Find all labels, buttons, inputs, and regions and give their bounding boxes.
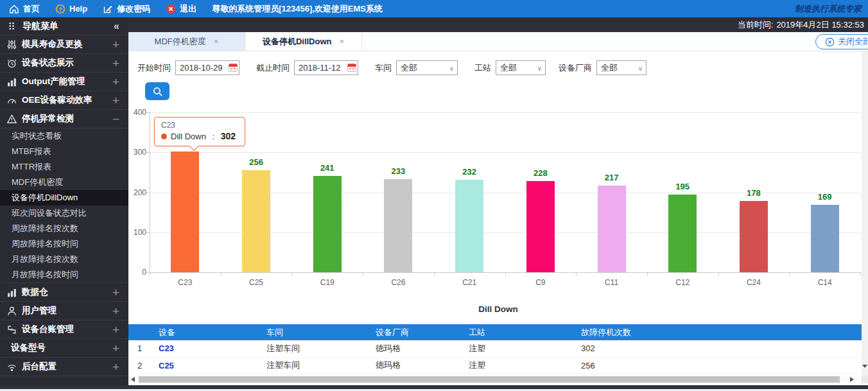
tooltip-arrow bbox=[189, 142, 198, 151]
sidebar-group[interactable]: 模具寿命及更换+ bbox=[0, 35, 128, 54]
scroll-down-icon[interactable] bbox=[862, 365, 867, 368]
sidebar-collapse-icon[interactable]: « bbox=[114, 21, 119, 32]
close-all-button[interactable]: 关闭全部 bbox=[815, 34, 868, 49]
expand-plus-icon[interactable]: + bbox=[112, 286, 119, 299]
help-label: Help bbox=[69, 4, 87, 13]
workshop-select[interactable]: 全部 ∨ bbox=[396, 60, 458, 75]
chart-bar[interactable] bbox=[171, 152, 199, 272]
table-cell: 德玛格 bbox=[367, 357, 460, 374]
tab-list: MDF停机密度×设备停机DillDown× bbox=[128, 32, 362, 51]
start-date-wrap bbox=[175, 60, 239, 75]
table-header-row: 设备车间设备厂商工站故障停机次数 bbox=[128, 324, 862, 340]
table-cell: C25 bbox=[150, 357, 258, 374]
calendar-icon[interactable] bbox=[347, 63, 356, 72]
sidebar-subitem[interactable]: MDF停机密度 bbox=[0, 175, 128, 190]
sidebar-group[interactable]: 后台配置+ bbox=[0, 358, 128, 376]
sidebar-group[interactable]: 停机异常检测− bbox=[0, 110, 128, 128]
sidebar-group[interactable]: Output产能管理+ bbox=[0, 73, 128, 91]
expand-plus-icon[interactable]: + bbox=[112, 76, 119, 88]
horizontal-scrollbar[interactable] bbox=[128, 376, 868, 383]
x-axis-category-label: C21 bbox=[444, 278, 495, 287]
sidebar-group[interactable]: 数据仓+ bbox=[0, 283, 128, 302]
sidebar-subitem[interactable]: MTTR报表 bbox=[0, 159, 128, 175]
table-header-cell: 故障停机次数 bbox=[573, 324, 862, 340]
expand-plus-icon[interactable]: + bbox=[112, 324, 119, 336]
tab[interactable]: MDF停机密度× bbox=[128, 32, 245, 51]
workshop-value: 全部 bbox=[401, 62, 417, 74]
sidebar-group-label: 数据仓 bbox=[22, 286, 48, 298]
device-link[interactable]: C23 bbox=[159, 343, 174, 353]
start-date-group: 开始时间 bbox=[137, 60, 239, 75]
table-cell: 注塑 bbox=[460, 357, 573, 374]
bar-value-label: 241 bbox=[305, 163, 350, 173]
expand-plus-icon[interactable]: + bbox=[112, 39, 119, 51]
device-link[interactable]: C25 bbox=[159, 361, 174, 370]
chart-bar[interactable] bbox=[668, 195, 697, 272]
sidebar-subitem[interactable]: 月故障排名按时间 bbox=[0, 267, 128, 282]
tab[interactable]: 设备停机DillDown× bbox=[245, 32, 362, 51]
logout-button[interactable]: 退出 bbox=[166, 3, 196, 15]
expand-plus-icon[interactable]: + bbox=[112, 57, 119, 69]
sidebar-subitem[interactable]: 实时状态看板 bbox=[0, 128, 128, 144]
tooltip-series: Dill Down bbox=[171, 132, 206, 141]
sidebar-group[interactable]: 设备台账管理+ bbox=[0, 320, 128, 339]
sidebar-subitem[interactable]: 班次间设备状态对比 bbox=[0, 205, 128, 221]
sidebar-group[interactable]: OEE设备稼动效率+ bbox=[0, 91, 128, 110]
expand-plus-icon[interactable]: + bbox=[112, 94, 119, 107]
station-value: 全部 bbox=[500, 62, 517, 74]
chart-bar[interactable] bbox=[598, 186, 626, 272]
sidebar-group[interactable]: 设备型号+ bbox=[0, 339, 128, 358]
scroll-right-icon[interactable] bbox=[850, 377, 854, 382]
result-table-body: 1C23注塑车间德玛格注塑3022C25注塑车间德玛格注塑256 bbox=[128, 340, 862, 374]
chart-bar[interactable] bbox=[526, 181, 555, 272]
sidebar-header: 导航菜单 « bbox=[0, 17, 128, 35]
vertical-scrollbar[interactable] bbox=[862, 51, 868, 376]
y-axis-label: 400 bbox=[128, 108, 146, 117]
close-icon[interactable]: × bbox=[340, 37, 345, 46]
scrollbar-thumb[interactable] bbox=[139, 376, 840, 383]
home-button[interactable]: 首页 bbox=[9, 3, 40, 15]
chart-tooltip: C23 Dill Down : 302 bbox=[154, 117, 245, 146]
expand-plus-icon[interactable]: + bbox=[112, 305, 119, 317]
table-header-cell: 设备 bbox=[150, 324, 258, 340]
result-table: 设备车间设备厂商工站故障停机次数 1C23注塑车间德玛格注塑3022C25注塑车… bbox=[128, 324, 862, 374]
chart-bar[interactable] bbox=[313, 176, 342, 272]
collapse-minus-icon[interactable]: − bbox=[112, 113, 119, 125]
scroll-left-icon[interactable] bbox=[131, 377, 135, 382]
sidebar-subitem[interactable]: 周故障排名按时间 bbox=[0, 236, 128, 252]
vendor-select[interactable]: 全部 ∨ bbox=[596, 60, 647, 75]
table-cell: 302 bbox=[573, 340, 862, 357]
help-icon: ? bbox=[55, 4, 65, 14]
chart-bar[interactable] bbox=[811, 205, 839, 272]
expand-plus-icon[interactable]: + bbox=[112, 361, 119, 373]
station-group: 工站 全部 ∨ bbox=[474, 60, 546, 75]
sidebar-group-label: Output产能管理 bbox=[22, 76, 85, 87]
expand-plus-icon[interactable]: + bbox=[112, 342, 119, 354]
close-icon[interactable]: × bbox=[214, 37, 219, 46]
help-button[interactable]: ? Help bbox=[55, 4, 87, 14]
calendar-icon[interactable] bbox=[229, 63, 238, 72]
wifi-icon bbox=[6, 361, 17, 372]
chart-bar[interactable] bbox=[740, 201, 768, 272]
table-cell: 2 bbox=[128, 357, 150, 374]
x-axis-tick bbox=[505, 272, 506, 275]
sidebar-group[interactable]: 用户管理+ bbox=[0, 302, 128, 320]
change-password-button[interactable]: 修改密码 bbox=[103, 3, 150, 15]
chart-bar[interactable] bbox=[384, 179, 412, 272]
chart-bar[interactable] bbox=[242, 170, 270, 272]
sidebar-group-label: 用户管理 bbox=[22, 305, 56, 317]
logout-label: 退出 bbox=[180, 3, 196, 15]
sidebar-subitem[interactable]: 月故障排名按次数 bbox=[0, 252, 128, 267]
sidebar-group[interactable]: 设备状态展示+ bbox=[0, 54, 128, 73]
chart-bar[interactable] bbox=[455, 180, 483, 272]
sidebar-subitem[interactable]: MTBF报表 bbox=[0, 144, 128, 159]
station-select[interactable]: 全部 ∨ bbox=[496, 60, 546, 75]
start-date-label: 开始时间 bbox=[137, 62, 171, 74]
x-axis-category-label: C9 bbox=[515, 278, 566, 287]
y-axis-label: 300 bbox=[128, 148, 146, 157]
table-cell: 德玛格 bbox=[367, 340, 460, 357]
table-header-cell: 车间 bbox=[258, 324, 367, 340]
sidebar-subitem[interactable]: 设备停机DillDown bbox=[0, 190, 128, 205]
search-button[interactable] bbox=[145, 82, 169, 100]
sidebar-subitem[interactable]: 周故障排名按次数 bbox=[0, 221, 128, 236]
